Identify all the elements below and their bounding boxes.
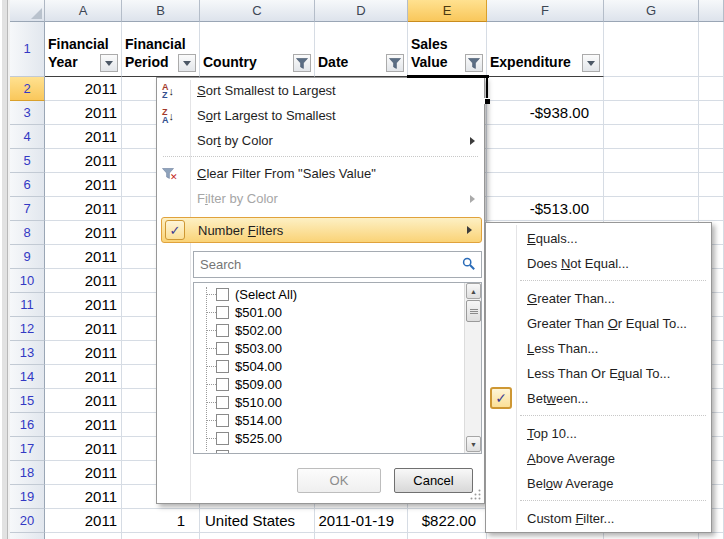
column-header-E[interactable]: E — [408, 0, 487, 22]
cell[interactable]: 2011 — [45, 317, 122, 341]
header-cell-partial[interactable] — [699, 22, 724, 77]
cell[interactable] — [699, 125, 724, 149]
row-header-1[interactable]: 1 — [10, 22, 45, 77]
list-item[interactable]: $514.00 — [194, 411, 464, 429]
row-header-2[interactable]: 2 — [10, 77, 45, 101]
cell[interactable]: -$938.00 — [487, 101, 604, 125]
cell[interactable]: -$513.00 — [487, 197, 604, 221]
row-header-9[interactable]: 9 — [10, 245, 45, 269]
column-header-D[interactable]: D — [315, 0, 408, 22]
cell[interactable]: 2011 — [45, 197, 122, 221]
submenu-item-does-not-equal[interactable]: Does Not Equal... — [486, 251, 711, 276]
list-item-partial[interactable] — [194, 447, 229, 454]
list-item[interactable]: $504.00 — [194, 357, 464, 375]
cell[interactable] — [699, 197, 724, 221]
checkbox[interactable] — [216, 414, 229, 427]
menu-item-sort-smallest-to-largest[interactable]: AZ ↓ Sort Smallest to Largest — [157, 78, 484, 103]
cell[interactable] — [604, 149, 699, 173]
option-label[interactable]: $510.00 — [235, 395, 282, 410]
cell[interactable]: 2011 — [45, 389, 122, 413]
cell[interactable]: 2011-01-19 — [315, 509, 408, 533]
cell[interactable]: 2011 — [45, 221, 122, 245]
cell[interactable] — [408, 533, 487, 539]
menu-item-clear-filter[interactable]: ✕ Clear Filter From "Sales Value" — [157, 161, 484, 186]
list-item[interactable]: (Select All) — [194, 285, 464, 303]
checkbox[interactable] — [216, 324, 229, 337]
row-header-4[interactable]: 4 — [10, 125, 45, 149]
cell[interactable]: 2011 — [45, 101, 122, 125]
cell[interactable] — [487, 533, 604, 539]
cell[interactable] — [604, 173, 699, 197]
checkbox[interactable] — [216, 306, 229, 319]
cell[interactable]: 2011 — [45, 293, 122, 317]
cell[interactable]: 1 — [122, 509, 200, 533]
submenu-item-custom-filter[interactable]: Custom Filter... — [486, 506, 711, 531]
checkbox[interactable] — [216, 288, 229, 301]
submenu-item-greater-than[interactable]: Greater Than... — [486, 286, 711, 311]
column-header-B[interactable]: B — [122, 0, 200, 22]
row-header-5[interactable]: 5 — [10, 149, 45, 173]
cell[interactable] — [699, 149, 724, 173]
row-header-12[interactable]: 12 — [10, 317, 45, 341]
cell[interactable]: 2011 — [45, 245, 122, 269]
filter-dropdown-button[interactable] — [582, 54, 600, 72]
cell[interactable] — [487, 173, 604, 197]
checkbox[interactable] — [216, 360, 229, 373]
row-header-3[interactable]: 3 — [10, 101, 45, 125]
cell[interactable] — [122, 533, 200, 539]
list-item[interactable]: $502.00 — [194, 321, 464, 339]
row-header-14[interactable]: 14 — [10, 365, 45, 389]
header-cell-date[interactable]: Date — [315, 22, 408, 77]
cell[interactable]: 2011 — [45, 269, 122, 293]
select-all-corner[interactable] — [10, 0, 45, 22]
row-header-7[interactable]: 7 — [10, 197, 45, 221]
option-label[interactable]: $525.00 — [235, 431, 282, 446]
option-label[interactable]: $502.00 — [235, 323, 282, 338]
cell[interactable] — [487, 77, 604, 101]
scrollbar[interactable]: ▲ ▼ — [464, 283, 481, 453]
row-header-6[interactable]: 6 — [10, 173, 45, 197]
submenu-item-less-than[interactable]: Less Than... — [486, 336, 711, 361]
list-item[interactable]: $510.00 — [194, 393, 464, 411]
cell[interactable] — [604, 533, 699, 539]
cell[interactable] — [487, 149, 604, 173]
filter-dropdown-button[interactable] — [100, 54, 118, 72]
cell[interactable] — [699, 173, 724, 197]
cell[interactable] — [315, 533, 408, 539]
row-header-11[interactable]: 11 — [10, 293, 45, 317]
header-cell-sales-value[interactable]: SalesValue — [408, 22, 487, 77]
cell[interactable]: 2011 — [45, 77, 122, 101]
submenu-item-equals[interactable]: Equals... — [486, 226, 711, 251]
submenu-item-greater-than-or-equal-to[interactable]: Greater Than Or Equal To... — [486, 311, 711, 336]
cell[interactable] — [699, 77, 724, 101]
row-header-13[interactable]: 13 — [10, 341, 45, 365]
scroll-up-button[interactable]: ▲ — [466, 283, 481, 299]
checkbox[interactable] — [216, 342, 229, 355]
option-label[interactable]: $503.00 — [235, 341, 282, 356]
row-header-16[interactable]: 16 — [10, 413, 45, 437]
cell[interactable]: 2011 — [45, 413, 122, 437]
header-cell-expenditure[interactable]: Expenditure — [487, 22, 604, 77]
checkbox[interactable] — [216, 432, 229, 445]
checkbox[interactable] — [216, 378, 229, 391]
column-header-F[interactable]: F — [487, 0, 604, 22]
cell[interactable] — [45, 533, 122, 539]
option-label[interactable]: (Select All) — [235, 287, 297, 302]
header-cell-financial-year[interactable]: FinancialYear — [45, 22, 122, 77]
checkbox[interactable] — [216, 450, 229, 455]
cell[interactable] — [200, 533, 315, 539]
column-header-C[interactable]: C — [200, 0, 315, 22]
cell[interactable]: 2011 — [45, 149, 122, 173]
submenu-item-below-average[interactable]: Below Average — [486, 471, 711, 496]
cell[interactable]: 2011 — [45, 461, 122, 485]
cell[interactable] — [604, 125, 699, 149]
cell[interactable]: 2011 — [45, 485, 122, 509]
filter-dropdown-button[interactable] — [178, 54, 196, 72]
column-header-G[interactable]: G — [604, 0, 699, 22]
option-label[interactable]: $501.00 — [235, 305, 282, 320]
cell[interactable] — [604, 101, 699, 125]
ok-button[interactable]: OK — [297, 468, 381, 493]
cell[interactable]: 2011 — [45, 341, 122, 365]
cell[interactable] — [487, 125, 604, 149]
row-header-8[interactable]: 8 — [10, 221, 45, 245]
